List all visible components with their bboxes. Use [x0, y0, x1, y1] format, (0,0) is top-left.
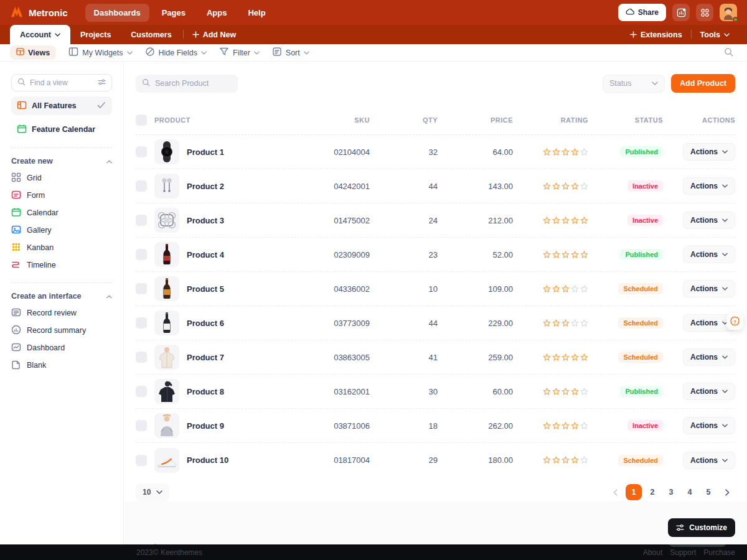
find-view-input[interactable]	[30, 78, 87, 87]
status-badge: Scheduled	[618, 352, 663, 363]
column-header-rating[interactable]: RATING	[513, 116, 588, 124]
toolbar-hide-fields[interactable]: Hide Fields	[139, 44, 214, 61]
page-button-5[interactable]: 5	[700, 484, 716, 500]
status-filter-select[interactable]: Status	[603, 75, 665, 93]
row-checkbox[interactable]	[136, 352, 147, 363]
table-body: Product 1 02104004 32 64.00 Published Ac…	[136, 135, 735, 477]
product-name-link[interactable]: Product 10	[187, 455, 228, 465]
add-new-button[interactable]: Add New	[185, 25, 243, 44]
sidebar-item-calendar[interactable]: Calendar	[11, 204, 112, 222]
saved-views-list: All Features Feature Calendar	[11, 96, 112, 139]
column-header-status[interactable]: STATUS	[588, 116, 663, 124]
sidebar-item-blank[interactable]: Blank	[11, 357, 112, 374]
sidebar-view-all-features[interactable]: All Features	[11, 96, 112, 115]
row-actions-button[interactable]: Actions	[683, 280, 735, 297]
page-button-1[interactable]: 1	[626, 484, 642, 500]
customize-button[interactable]: Customize	[668, 518, 735, 537]
select-all-checkbox[interactable]	[136, 114, 147, 126]
filter-settings-icon[interactable]	[98, 78, 106, 88]
row-checkbox[interactable]	[136, 386, 147, 397]
row-checkbox[interactable]	[136, 420, 147, 431]
grid-icon	[11, 172, 21, 184]
sidebar-section-title[interactable]: Create new	[11, 157, 112, 166]
user-avatar[interactable]	[720, 4, 737, 21]
workspace-tab-projects[interactable]: Projects	[70, 25, 121, 44]
tools-label: Tools	[700, 30, 720, 39]
topnav-pages[interactable]: Pages	[153, 4, 194, 22]
topnav-dashboards[interactable]: Dashboards	[85, 4, 149, 22]
product-name-link[interactable]: Product 5	[187, 284, 224, 294]
row-actions-button[interactable]: Actions	[683, 383, 735, 400]
timeline-icon	[11, 259, 21, 271]
sidebar-view-feature-calendar[interactable]: Feature Calendar	[11, 120, 112, 139]
help-floating-button[interactable]: ?	[726, 313, 743, 330]
toolbar-sort[interactable]: Sort	[266, 44, 316, 61]
row-checkbox[interactable]	[136, 283, 147, 294]
table-row: Product 8 03162001 30 60.00 Published Ac…	[136, 375, 735, 409]
row-checkbox[interactable]	[136, 180, 147, 192]
workspace-tab-account[interactable]: Account	[10, 25, 70, 44]
toolbar-my-widgets[interactable]: My Widgets	[62, 44, 138, 61]
product-name-link[interactable]: Product 9	[187, 421, 224, 431]
product-name-link[interactable]: Product 3	[187, 216, 224, 225]
sidebar-item-grid[interactable]: Grid	[11, 169, 112, 187]
page-button-4[interactable]: 4	[682, 484, 698, 500]
workspace-tab-customers[interactable]: Customers	[121, 25, 181, 44]
row-actions-button[interactable]: Actions	[683, 246, 735, 263]
page-button-2[interactable]: 2	[644, 484, 660, 500]
qty-cell: 23	[370, 250, 438, 259]
row-actions-button[interactable]: Actions	[683, 452, 735, 469]
sidebar-item-record-summary[interactable]: Record summary	[11, 322, 112, 339]
row-checkbox[interactable]	[136, 455, 147, 466]
search-product-input[interactable]	[155, 79, 230, 88]
activity-icon-button[interactable]	[672, 4, 690, 21]
sidebar-item-dashboard[interactable]: Dashboard	[11, 339, 112, 357]
row-actions-button[interactable]: Actions	[683, 212, 735, 229]
star-filled-icon	[561, 217, 570, 225]
views-button[interactable]: Views	[10, 45, 56, 60]
next-page-button[interactable]	[719, 484, 735, 500]
find-view-search[interactable]	[11, 74, 112, 91]
topnav-help[interactable]: Help	[239, 4, 274, 22]
row-checkbox[interactable]	[136, 146, 147, 157]
product-name-link[interactable]: Product 8	[187, 387, 224, 396]
product-name-link[interactable]: Product 7	[187, 353, 224, 362]
sidebar-item-kanban[interactable]: Kanban	[11, 239, 112, 256]
sidebar-section-title[interactable]: Create an interface	[11, 292, 112, 301]
toolbar-filter[interactable]: Filter	[213, 44, 266, 61]
row-checkbox[interactable]	[136, 249, 147, 260]
prev-page-button[interactable]	[607, 484, 623, 500]
row-actions-button[interactable]: Actions	[683, 417, 735, 434]
column-header-price[interactable]: PRICE	[438, 116, 513, 124]
row-actions-button[interactable]: Actions	[683, 143, 735, 161]
search-product-field[interactable]	[136, 75, 238, 93]
column-header-actions: ACTIONS	[663, 116, 735, 124]
column-header-qty[interactable]: QTY	[370, 116, 438, 124]
search-icon[interactable]	[724, 47, 733, 58]
ghost-customize-button	[669, 544, 726, 547]
product-name-link[interactable]: Product 6	[187, 319, 224, 328]
sidebar-item-form[interactable]: Form	[11, 187, 112, 204]
product-name-link[interactable]: Product 4	[187, 250, 224, 259]
product-name-link[interactable]: Product 1	[187, 147, 224, 157]
page-size-select[interactable]: 10	[136, 483, 169, 501]
column-header-sku[interactable]: SKU	[301, 116, 370, 124]
topnav-apps[interactable]: Apps	[198, 4, 236, 22]
page-button-3[interactable]: 3	[663, 484, 679, 500]
product-name-link[interactable]: Product 2	[187, 182, 224, 191]
share-button[interactable]: Share	[618, 4, 666, 21]
row-actions-button[interactable]: Actions	[683, 348, 735, 366]
row-checkbox[interactable]	[136, 215, 147, 226]
metronic-logo[interactable]: Metronic	[10, 6, 68, 20]
rating-stars	[513, 319, 588, 327]
apps-grid-icon-button[interactable]	[696, 4, 713, 21]
extensions-button[interactable]: Extensions	[622, 25, 690, 44]
tools-menu-button[interactable]: Tools	[693, 25, 737, 44]
sidebar-item-gallery[interactable]: Gallery	[11, 222, 112, 239]
column-header-product[interactable]: PRODUCT	[154, 116, 301, 124]
sidebar-item-timeline[interactable]: Timeline	[11, 256, 112, 274]
sidebar-item-record-review[interactable]: Record review	[11, 304, 112, 322]
add-product-button[interactable]: Add Product	[671, 74, 735, 93]
row-actions-button[interactable]: Actions	[683, 177, 735, 195]
row-checkbox[interactable]	[136, 317, 147, 329]
